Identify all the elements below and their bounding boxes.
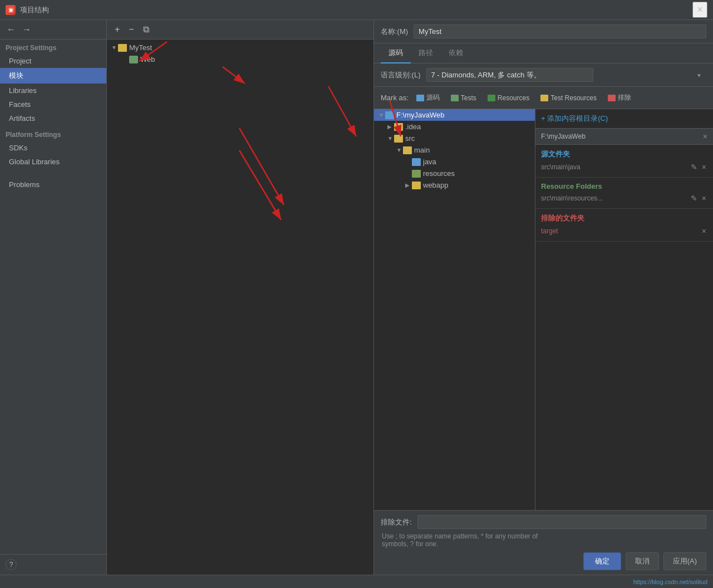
add-content-root-button[interactable]: + 添加内容根目录(C)	[541, 114, 608, 124]
sidebar-item-sdks[interactable]: SDKs	[0, 141, 106, 155]
file-tree-item-java[interactable]: java	[374, 156, 535, 168]
source-folder-actions: ✎ ×	[690, 163, 707, 171]
add-module-button[interactable]: +	[111, 23, 123, 36]
remove-resource-folder-button[interactable]: ×	[701, 194, 707, 203]
mark-source-button[interactable]: 源码	[413, 91, 443, 104]
edit-source-folder-button[interactable]: ✎	[690, 163, 699, 171]
nav-back-button[interactable]: ←	[4, 23, 18, 36]
file-tree-item-main[interactable]: ▼ main	[374, 144, 535, 156]
excluded-icon	[608, 95, 616, 101]
tree-arrow: ▼	[111, 45, 118, 51]
apply-button[interactable]: 应用(A)	[663, 552, 706, 570]
sidebar-item-artifacts[interactable]: Artifacts	[0, 111, 106, 125]
module-tree: ▼ MyTest Web	[107, 40, 373, 575]
source-folder-path: src\main\java	[541, 163, 581, 171]
tree-expand-icon: ▼	[387, 135, 394, 141]
info-path-close-button[interactable]: ×	[703, 132, 707, 141]
excluded-folder-path: target	[541, 227, 558, 235]
remove-excluded-folder-button[interactable]: ×	[701, 227, 707, 236]
sidebar-item-facets[interactable]: Facets	[0, 97, 106, 111]
ok-button[interactable]: 确定	[583, 552, 621, 570]
resource-folders-title: Resource Folders	[541, 182, 707, 190]
sidebar-item-module[interactable]: 模块	[0, 68, 106, 84]
lang-label: 语言级别:(L)	[381, 70, 421, 80]
sidebar-item-problems[interactable]: Problems	[0, 178, 106, 192]
remove-source-folder-button[interactable]: ×	[701, 163, 707, 171]
excluded-folders-title: 排除的文件夹	[541, 213, 707, 223]
file-tree-item-src[interactable]: ▼ src	[374, 133, 535, 144]
statusbar-url: https://blog.csdn.net/solitud	[633, 579, 707, 585]
resource-folders-section: Resource Folders src\main\resources... ✎…	[535, 178, 713, 209]
excluded-folder-entry: target ×	[541, 226, 707, 237]
folder-blue-icon	[412, 158, 421, 166]
cancel-button[interactable]: 取消	[626, 552, 659, 570]
file-tree-area: ▼ F:\myJavaWeb ▶ .idea ▼	[374, 109, 535, 510]
resource-folder-actions: ✎ ×	[690, 194, 707, 203]
name-row: 名称:(M)	[374, 20, 713, 43]
file-tree-item-idea[interactable]: ▶ .idea	[374, 121, 535, 133]
folder-icon	[118, 44, 127, 52]
sidebar-item-project[interactable]: Project	[0, 54, 106, 68]
folder-green-icon	[412, 170, 421, 178]
main-content: ← → Project Settings Project 模块 Librarie…	[0, 20, 713, 575]
tree-expand-icon: ▶	[405, 182, 412, 188]
chevron-down-icon: ▼	[696, 72, 702, 78]
exclude-files-label: 排除文件:	[381, 517, 412, 527]
tests-icon	[451, 95, 459, 101]
sidebar-bottom: ?	[0, 554, 106, 575]
exclude-files-row: 排除文件:	[381, 515, 706, 529]
nav-forward-button[interactable]: →	[20, 23, 33, 36]
resources-icon	[488, 95, 495, 101]
name-label: 名称:(M)	[381, 27, 408, 37]
sidebar-nav: ← →	[0, 20, 106, 40]
file-tree-item-root[interactable]: ▼ F:\myJavaWeb	[374, 109, 535, 121]
file-tree-item-resources[interactable]: resources	[374, 168, 535, 179]
name-input[interactable]	[414, 24, 706, 38]
mark-tests-button[interactable]: Tests	[448, 92, 480, 104]
mark-as-label: Mark as:	[381, 94, 409, 102]
lang-select-wrapper: 3 - JDK 1.35 - Generics, autoboxing, etc…	[426, 68, 707, 82]
tree-item-mytest[interactable]: ▼ MyTest	[107, 42, 373, 53]
close-button[interactable]: ×	[692, 2, 707, 18]
mark-test-resources-button[interactable]: Test Resources	[537, 92, 600, 104]
module-icon	[129, 56, 138, 63]
tab-deps[interactable]: 依赖	[441, 43, 471, 63]
titlebar: ▣ 项目结构 ×	[0, 0, 713, 20]
sidebar-item-global-libraries[interactable]: Global Libraries	[0, 155, 106, 169]
mark-excluded-button[interactable]: 排除	[604, 91, 635, 104]
lang-select[interactable]: 3 - JDK 1.35 - Generics, autoboxing, etc…	[426, 68, 593, 82]
module-list-panel: + − ⧉ ▼ MyTest Web	[107, 20, 374, 575]
test-resources-icon	[540, 95, 548, 101]
sidebar-item-libraries[interactable]: Libraries	[0, 84, 106, 97]
sidebar: ← → Project Settings Project 模块 Librarie…	[0, 20, 107, 575]
excluded-folders-section: 排除的文件夹 target ×	[535, 209, 713, 242]
source-folders-title: 源文件夹	[541, 149, 707, 159]
source-folders-section: 源文件夹 src\main\java ✎ ×	[535, 145, 713, 178]
edit-resource-folder-button[interactable]: ✎	[690, 194, 699, 203]
tab-source[interactable]: 源码	[381, 43, 411, 63]
remove-module-button[interactable]: −	[125, 23, 137, 36]
tab-path[interactable]: 路径	[411, 43, 441, 63]
excluded-folder-actions: ×	[701, 227, 707, 236]
tree-item-web[interactable]: Web	[107, 53, 373, 65]
file-tree-item-webapp[interactable]: ▶ webapp	[374, 179, 535, 191]
tabs-row: 源码 路径 依赖	[374, 43, 713, 63]
folder-yellow-icon	[412, 182, 421, 189]
folder-yellow-icon	[394, 123, 403, 131]
folder-yellow-icon	[403, 146, 412, 154]
help-button[interactable]: ?	[6, 559, 17, 570]
info-header: + 添加内容根目录(C)	[535, 109, 713, 129]
info-panel: + 添加内容根目录(C) F:\myJavaWeb × 源文件夹 src\mai…	[535, 109, 713, 510]
folder-blue-icon	[385, 111, 394, 119]
tree-expand-icon: ▶	[387, 124, 394, 130]
bottom-area: 排除文件: Use ; to separate name patterns, *…	[374, 510, 713, 575]
mark-as-row: Mark as: 源码 Tests Resources	[374, 87, 713, 109]
exclude-hint: Use ; to separate name patterns, * for a…	[381, 532, 706, 548]
source-folder-entry: src\main\java ✎ ×	[541, 161, 707, 173]
exclude-files-input[interactable]	[417, 515, 706, 529]
lang-row: 语言级别:(L) 3 - JDK 1.35 - Generics, autobo…	[374, 63, 713, 87]
mark-resources-button[interactable]: Resources	[484, 92, 533, 104]
resource-folder-path: src\main\resources...	[541, 194, 603, 202]
copy-module-button[interactable]: ⧉	[140, 23, 153, 36]
platform-settings-section-label: Platform Settings	[0, 125, 106, 141]
